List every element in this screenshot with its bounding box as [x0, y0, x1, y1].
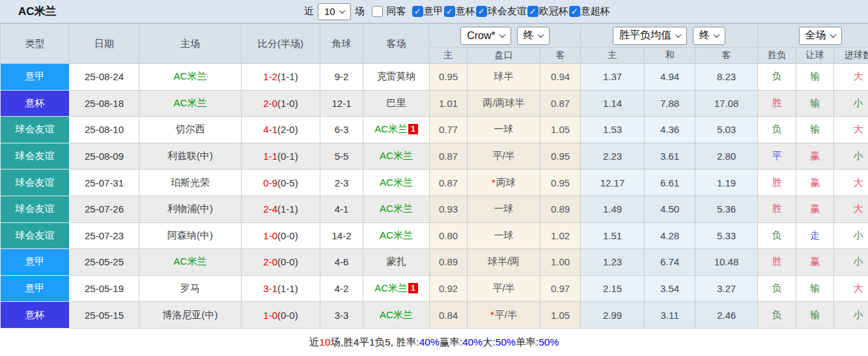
date-cell: 25-08-10	[70, 117, 139, 143]
competition-type-cell: 意杯	[1, 90, 70, 117]
match-count-select[interactable]: 10	[318, 3, 351, 20]
subcol-handicap: 让球	[796, 48, 834, 64]
match-row: 球会友谊25-08-10切尔西4-1(2-0)6-3AC米兰10.77一球1.0…	[1, 117, 868, 143]
subcol-euro-home: 主	[581, 48, 645, 64]
euro-away-odds-cell: 5.33	[695, 222, 758, 249]
handicap-line-text: 一球	[494, 230, 514, 241]
scope-header: 全场	[758, 24, 868, 48]
euro-home-odds-cell: 12.17	[581, 170, 645, 196]
competition-type-cell: 球会友谊	[1, 143, 70, 170]
corner-cell: 6-3	[320, 117, 363, 143]
competition-filter: ✓欧冠杯	[527, 5, 568, 18]
changed-line-star: *	[490, 309, 494, 320]
match-row: 意甲25-05-25AC米兰2-0(0-0)4-6蒙扎0.89球半/两1.001…	[1, 249, 868, 276]
match-row: 意甲25-08-24AC米兰1-2(1-1)9-2克雷莫纳0.95球半0.941…	[1, 64, 868, 91]
competition-filters: ✓意甲✓意杯✓球会友谊✓欧冠杯✓意超杯	[412, 5, 610, 18]
handicap-line-text: 平/半	[495, 309, 517, 320]
subcol-result: 胜负	[758, 48, 796, 64]
summary-segment: 50%	[539, 336, 559, 348]
summary-segment: 单率:	[516, 336, 539, 349]
handicap-line-cell: 一球	[468, 117, 540, 143]
halftime-score: (1-1)	[277, 71, 298, 82]
date-cell: 25-07-26	[70, 196, 139, 222]
col-header-date: 日期	[70, 24, 139, 64]
filter-controls: 近 10 场 同客 ✓意甲✓意杯✓球会友谊✓欧冠杯✓意超杯	[304, 0, 610, 23]
goals-result-cell: 小	[834, 249, 868, 276]
competition-type-cell: 意甲	[1, 249, 70, 276]
competition-checkbox[interactable]: ✓	[412, 6, 423, 17]
handicap-result-cell: 赢	[796, 249, 834, 276]
asia-home-odds-cell: 0.93	[430, 196, 468, 222]
result-cell: 负	[758, 275, 796, 302]
asia-home-odds-cell: 1.01	[430, 90, 468, 117]
asia-away-odds-cell: 1.05	[540, 302, 581, 329]
same-opponent-checkbox[interactable]	[372, 6, 383, 17]
corner-cell: 9-2	[320, 64, 363, 91]
halftime-score: (0-0)	[277, 256, 298, 267]
score-cell: 2-0(0-0)	[242, 249, 320, 276]
summary-segment: 10	[319, 336, 330, 348]
europe-company-select[interactable]: 胜平负均值	[613, 27, 687, 45]
top-toolbar: AC米兰 近 10 场 同客 ✓意甲✓意杯✓球会友谊✓欧冠杯✓意超杯	[0, 0, 868, 23]
result-cell: 胜	[758, 249, 796, 276]
halftime-score: (0-0)	[277, 310, 298, 321]
match-stats-page: AC米兰 近 10 场 同客 ✓意甲✓意杯✓球会友谊✓欧冠杯✓意超杯	[0, 0, 868, 356]
euro-away-odds-cell: 2.80	[695, 143, 758, 170]
competition-checkbox[interactable]: ✓	[527, 6, 539, 17]
summary-segment: 近	[309, 336, 320, 349]
away-team-name: AC米兰	[380, 309, 413, 320]
away-team-cell: AC米兰	[363, 302, 430, 329]
asia-company-select[interactable]: Crow*	[460, 27, 511, 45]
match-row: 意杯25-05-15博洛尼亚(中)1-0(0-0)3-3AC米兰0.84*平/半…	[1, 302, 868, 329]
asia-odds-header: Crow* 终	[430, 24, 581, 48]
competition-checkbox[interactable]: ✓	[444, 6, 455, 17]
result-cell: 负	[758, 222, 796, 249]
date-cell: 25-08-09	[70, 143, 139, 170]
away-team-name: AC米兰	[374, 282, 408, 293]
halftime-score: (2-0)	[277, 124, 298, 135]
competition-type-cell: 球会友谊	[1, 196, 70, 222]
europe-odds-header: 胜平负均值 终	[581, 24, 758, 48]
euro-draw-odds-cell: 6.74	[645, 249, 695, 276]
goals-result-cell: 小	[834, 90, 868, 117]
euro-away-odds-cell: 8.23	[695, 64, 758, 91]
home-team-cell: AC米兰	[139, 90, 242, 117]
competition-type-cell: 意杯	[1, 302, 70, 329]
away-team-name: AC米兰	[380, 150, 413, 161]
asia-state-select[interactable]: 终	[517, 27, 550, 45]
home-team-name: 珀斯光荣	[171, 177, 210, 188]
competition-label: 意杯	[456, 5, 475, 18]
away-team-cell: AC米兰	[363, 170, 430, 196]
competition-label: 意甲	[424, 5, 443, 18]
home-team-name: AC米兰	[174, 97, 207, 108]
competition-type-cell: 球会友谊	[1, 170, 70, 196]
scope-select[interactable]: 全场	[799, 27, 842, 45]
competition-checkbox[interactable]: ✓	[476, 6, 487, 17]
handicap-line-cell: 平/半	[468, 275, 540, 302]
handicap-line-cell: 一球	[468, 196, 540, 222]
score-cell: 3-1(1-1)	[242, 275, 320, 302]
home-team-name: 利物浦(中)	[167, 203, 213, 214]
chevron-down-icon	[537, 31, 544, 38]
match-row: 意甲25-05-19罗马3-1(1-1)4-2AC米兰10.92平/半0.972…	[1, 275, 868, 302]
euro-draw-odds-cell: 3.54	[645, 275, 695, 302]
corner-cell: 3-3	[320, 302, 363, 329]
away-team-cell: 蒙扎	[363, 249, 430, 276]
date-cell: 25-05-15	[70, 302, 139, 329]
chevron-down-icon	[339, 7, 345, 14]
handicap-line-cell: 球半/两	[468, 249, 540, 276]
competition-checkbox[interactable]: ✓	[569, 6, 580, 17]
result-cell: 胜	[758, 170, 796, 196]
score-cell: 0-9(0-5)	[242, 170, 320, 196]
competition-filter: ✓意甲	[412, 5, 443, 18]
red-card-badge: 1	[408, 124, 418, 134]
away-team-name: 巴里	[387, 97, 406, 108]
europe-state-select[interactable]: 终	[693, 27, 725, 45]
handicap-line-text: 平/半	[492, 282, 514, 293]
euro-draw-odds-cell: 4.94	[645, 64, 695, 91]
handicap-result-cell: 赢	[796, 196, 834, 222]
euro-away-odds-cell: 5.03	[695, 117, 758, 143]
corner-cell: 4-1	[320, 196, 363, 222]
asia-home-odds-cell: 0.87	[430, 143, 468, 170]
result-cell: 胜	[758, 196, 796, 222]
